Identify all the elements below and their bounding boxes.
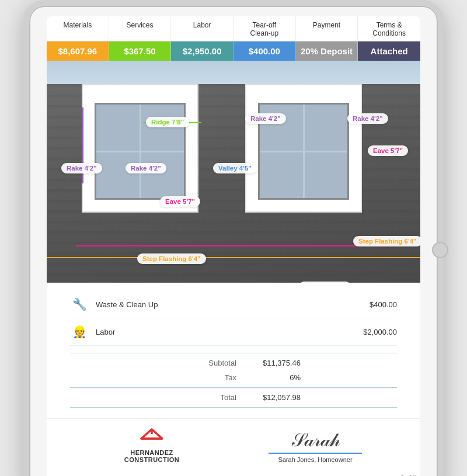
labor-label: Labor: [96, 328, 363, 336]
pane: [141, 105, 184, 151]
total-value: $12,057.98: [248, 393, 301, 402]
tablet-inner: Materials Services Labor Tear-offClean-u…: [47, 16, 420, 476]
pane: [96, 105, 140, 151]
label-step-flash-right: Step Flashing 6'4": [353, 236, 420, 246]
label-rake-left-2: Rake 4'2": [126, 163, 166, 173]
total-label: Total: [166, 393, 236, 402]
summary-waste: 🔧 Waste & Clean Up $400.00: [70, 291, 397, 318]
eave-line-bottom: [76, 245, 391, 246]
summary-labor: 👷 Labor $2,000.00: [70, 318, 397, 346]
label-flashing-right: Flashing 4'6": [299, 282, 351, 283]
home-button[interactable]: [432, 242, 448, 258]
subtotal-value: $11,375.46: [248, 359, 301, 367]
value-labor: $2,950.00: [171, 41, 234, 61]
tablet-frame: Materials Services Labor Tear-offClean-u…: [23, 0, 444, 476]
company-logo-icon: [135, 428, 168, 449]
waste-label: Waste & Clean Up: [96, 300, 370, 309]
footer-section: HERNANDEZCONSTRUCTION 𝒮𝒶𝓇𝒶𝒽 Sarah Jones,…: [47, 418, 420, 471]
header-terms: Terms &Conditions: [358, 16, 420, 41]
tax-row: Tax 6%: [70, 370, 397, 385]
header-row: Materials Services Labor Tear-offClean-u…: [47, 16, 420, 41]
value-terms: Attached: [358, 41, 420, 61]
total-row: Total $12,057.98: [70, 390, 397, 405]
value-row: $8,607.96 $367.50 $2,950.00 $400.00 20% …: [47, 41, 420, 61]
label-rake-left-1: Rake 4'2": [61, 163, 102, 173]
label-eave-mid: Eave 5'7": [160, 196, 200, 207]
signature-name: Sarah Jones, Homeowner: [278, 456, 352, 463]
label-eave-top-right: Eave 5'7": [368, 145, 408, 156]
pane: [260, 105, 303, 151]
header-materials: Materials: [47, 16, 109, 41]
signature-line: [269, 453, 362, 454]
tax-value: 6%: [248, 373, 301, 382]
roof-image: Ridge 7'8" Rake 4'2" Rake 4'2" Eave 5'7"…: [47, 61, 420, 283]
signature-area: 𝒮𝒶𝓇𝒶𝒽 Sarah Jones, Homeowner: [234, 428, 397, 463]
pane: [96, 152, 140, 199]
logo-area: HERNANDEZCONSTRUCTION: [70, 428, 234, 463]
value-tearoff: $400.00: [234, 41, 296, 61]
gutter-line: [47, 257, 420, 258]
labor-icon: 👷: [70, 322, 89, 341]
label-ridge: Ridge 7'8": [146, 117, 189, 127]
waste-amount: $400.00: [370, 300, 397, 309]
page-number: 1 of 3: [47, 471, 420, 476]
header-services: Services: [109, 16, 172, 41]
label-rake-top-mid: Rake 4'2": [245, 113, 286, 124]
tax-label: Tax: [166, 373, 236, 382]
totals-section: Subtotal $11,375.46 Tax 6% Total $12,057…: [70, 346, 397, 412]
dormer-right: [245, 84, 362, 213]
value-materials: $8,607.96: [47, 41, 109, 61]
pane: [305, 152, 348, 199]
label-rake-top-right: Rake 4'2": [347, 113, 388, 124]
dormer-left: [82, 84, 198, 213]
signature-glyph: 𝒮𝒶𝓇𝒶𝒽: [291, 428, 340, 451]
header-labor: Labor: [171, 16, 234, 41]
header-tearoff: Tear-offClean-up: [234, 16, 296, 41]
subtotal-label: Subtotal: [166, 359, 236, 367]
value-services: $367.50: [109, 41, 172, 61]
subtotal-row: Subtotal $11,375.46: [70, 356, 397, 370]
company-name: HERNANDEZCONSTRUCTION: [124, 449, 180, 463]
header-payment: Payment: [296, 16, 358, 41]
pane: [260, 152, 303, 199]
waste-icon: 🔧: [70, 295, 89, 314]
label-step-flash-left: Step Flashing 6'4": [137, 253, 206, 264]
label-valley: Valley 4'5": [213, 163, 257, 173]
labor-amount: $2,000.00: [363, 328, 397, 336]
summary-section: 🔧 Waste & Clean Up $400.00 👷 Labor $2,00…: [47, 283, 420, 418]
value-payment: 20% Deposit: [296, 41, 358, 61]
pane: [305, 105, 348, 151]
pane: [141, 152, 184, 199]
